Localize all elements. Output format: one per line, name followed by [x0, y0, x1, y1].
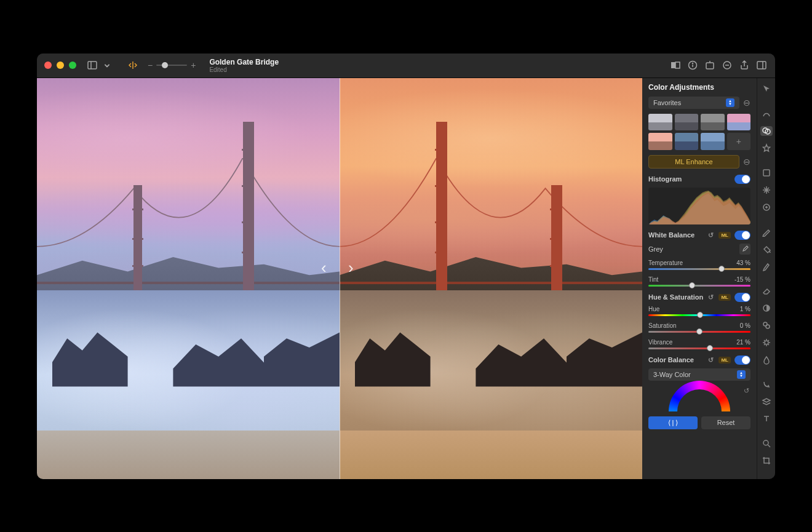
- hue-saturation-toggle[interactable]: [734, 293, 750, 302]
- smudge-tool-icon[interactable]: [760, 355, 773, 365]
- preset-thumbnail[interactable]: [701, 114, 725, 131]
- preset-thumbnail[interactable]: [675, 133, 699, 150]
- presets-dropdown-label: Favorites: [653, 99, 681, 106]
- brightness-tool-icon[interactable]: [760, 338, 773, 347]
- color-balance-mode-label: 3-Way Color: [653, 371, 691, 378]
- sidebar-toggle-icon[interactable]: [86, 59, 98, 71]
- effects-tool-icon[interactable]: [760, 143, 773, 153]
- color-balance-mode-dropdown[interactable]: 3-Way Color ▲▼: [648, 368, 750, 381]
- hue-saturation-ml-badge[interactable]: ML: [718, 294, 731, 301]
- tint-value: -15 %: [734, 276, 750, 283]
- vibrance-slider[interactable]: [648, 347, 750, 349]
- reset-button[interactable]: Reset: [701, 416, 750, 429]
- saturation-label: Saturation: [648, 322, 677, 329]
- svg-rect-2: [671, 62, 675, 68]
- before-after-icon[interactable]: [669, 59, 682, 71]
- remove-preset-button[interactable]: ⊖: [743, 98, 750, 108]
- hue-saturation-reset-icon[interactable]: ↺: [706, 293, 715, 301]
- compare-divider[interactable]: [340, 78, 340, 479]
- document-title: Golden Gate Bridge Edited: [209, 58, 279, 73]
- ml-enhance-remove-button[interactable]: ⊖: [743, 157, 750, 167]
- white-balance-ml-badge[interactable]: ML: [718, 232, 731, 239]
- svg-point-21: [763, 440, 768, 445]
- arrow-tool-icon[interactable]: [760, 84, 773, 94]
- canvas[interactable]: ‹ ›: [37, 78, 642, 479]
- inspector-panel: Color Adjustments Favorites ▲▼ ⊖ + ML En…: [642, 78, 757, 479]
- adjust-colors-tool-icon[interactable]: [760, 126, 773, 136]
- add-preset-button[interactable]: +: [727, 133, 751, 150]
- compare-next-button[interactable]: ›: [348, 258, 354, 277]
- histogram-chart: [648, 188, 750, 224]
- vibrance-value: 21 %: [736, 339, 750, 346]
- white-balance-reset-icon[interactable]: ↺: [706, 231, 715, 239]
- svg-rect-11: [757, 62, 766, 69]
- preset-thumbnail[interactable]: [648, 114, 672, 131]
- layers-tool-icon[interactable]: [760, 397, 773, 407]
- zoom-tool-icon[interactable]: [760, 439, 773, 448]
- histogram-label: Histogram: [648, 175, 682, 183]
- fill-tool-icon[interactable]: [760, 244, 773, 254]
- compare-prev-button[interactable]: ‹: [321, 258, 327, 277]
- zoom-slider[interactable]: [156, 65, 187, 66]
- type-tool-icon[interactable]: [760, 414, 773, 424]
- hue-slider[interactable]: [648, 314, 750, 316]
- brush-tool-icon[interactable]: [760, 261, 773, 271]
- view-menu-chevron-icon[interactable]: [103, 59, 111, 71]
- document-name: Golden Gate Bridge: [209, 58, 279, 66]
- tint-slider[interactable]: [648, 285, 750, 287]
- svg-rect-15: [763, 170, 770, 176]
- freeform-tool-icon[interactable]: [760, 109, 773, 119]
- pen-tool-icon[interactable]: [760, 227, 773, 237]
- quick-selection-tool-icon[interactable]: [760, 379, 773, 389]
- zoom-in-button[interactable]: +: [191, 60, 196, 70]
- temperature-slider[interactable]: [648, 268, 750, 270]
- grey-label: Grey: [648, 245, 663, 253]
- preset-thumbnail[interactable]: [648, 133, 672, 150]
- zoom-out-button[interactable]: −: [148, 60, 153, 70]
- white-balance-toggle[interactable]: [734, 231, 750, 240]
- ml-enhance-button[interactable]: ML Enhance: [648, 155, 739, 169]
- presets-grid: +: [648, 114, 750, 150]
- titlebar: − + Golden Gate Bridge Edited: [37, 54, 775, 78]
- svg-rect-7: [706, 63, 714, 69]
- svg-point-20: [765, 341, 768, 344]
- hue-value: 1 %: [740, 306, 750, 312]
- preset-thumbnail[interactable]: [675, 114, 699, 131]
- fullscreen-window-button[interactable]: [69, 62, 76, 69]
- effects-menu-icon[interactable]: [721, 59, 733, 71]
- document-status: Edited: [209, 66, 279, 73]
- minimize-window-button[interactable]: [57, 62, 64, 69]
- color-balance-reset-icon[interactable]: ↺: [706, 355, 715, 364]
- presets-dropdown[interactable]: Favorites ▲▼: [648, 97, 739, 109]
- color-balance-ml-badge[interactable]: ML: [718, 357, 731, 363]
- color-wheel[interactable]: ↺: [648, 381, 750, 411]
- info-icon[interactable]: [687, 59, 699, 71]
- app-window: − + Golden Gate Bridge Edited: [37, 54, 775, 479]
- preset-thumbnail[interactable]: [701, 133, 725, 150]
- color-wheel-reset-icon[interactable]: ↺: [742, 387, 750, 395]
- image-before: [37, 78, 340, 479]
- extensions-icon[interactable]: [704, 59, 716, 71]
- inspector-toggle-icon[interactable]: [755, 59, 768, 71]
- crop-tool-icon[interactable]: [760, 456, 773, 466]
- share-icon[interactable]: [738, 59, 750, 71]
- traffic-lights: [44, 62, 76, 69]
- hue-saturation-label: Hue & Saturation: [648, 293, 703, 301]
- gradient-tool-icon[interactable]: [760, 303, 773, 313]
- grey-eyedropper-icon[interactable]: [739, 244, 750, 255]
- compare-tool-icon[interactable]: [127, 59, 139, 71]
- color-balance-toggle[interactable]: [734, 355, 750, 365]
- saturation-value: 0 %: [740, 322, 750, 329]
- histogram-toggle[interactable]: [734, 175, 750, 184]
- clone-tool-icon[interactable]: [760, 320, 773, 330]
- eraser-tool-icon[interactable]: [760, 286, 773, 296]
- saturation-slider[interactable]: [648, 331, 750, 333]
- repair-tool-icon[interactable]: [760, 202, 773, 212]
- zoom-control[interactable]: − +: [148, 60, 196, 70]
- close-window-button[interactable]: [44, 62, 52, 69]
- compare-button[interactable]: ⟨ | ⟩: [648, 416, 698, 429]
- sparkle-tool-icon[interactable]: [760, 185, 773, 195]
- tint-label: Tint: [648, 276, 658, 283]
- preset-thumbnail[interactable]: [727, 114, 751, 131]
- shape-tool-icon[interactable]: [760, 168, 773, 178]
